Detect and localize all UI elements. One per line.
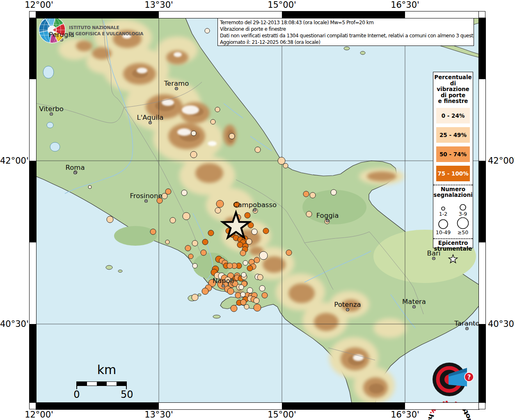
frame-corner (30, 403, 36, 409)
legend-epicenter-title: Epicentro strumentale (433, 240, 473, 252)
axis-top-label: 13°30' (144, 0, 173, 10)
legend-signal-sizes: 1-23-910-49≥50 (433, 199, 473, 235)
epicenter-star-icon (446, 253, 460, 265)
axis-bottom-label: 12°00' (25, 410, 53, 420)
axis-left-label: 40°30' (0, 319, 27, 329)
axis-top-label: 12°00' (25, 0, 53, 10)
signal-size-circle-icon (454, 217, 472, 230)
legend-class-swatch: 75 - 100% (436, 166, 470, 181)
scale-bar: km 0 50 (62, 363, 152, 399)
terrain-map (36, 18, 479, 404)
page: { "frame": { "axis_top": [{"label":"12°0… (0, 0, 515, 420)
scale-bar-segments (77, 381, 127, 386)
event-data-note: Dati non verificati estratti da 1304 que… (220, 32, 472, 39)
legend-signals-title: Numero segnalazioni (433, 186, 473, 198)
frame-border-left (30, 18, 36, 403)
legend-signal-item: 10-49 (433, 217, 453, 235)
legend: Percentuale di vibrazione di porte e fin… (433, 72, 473, 248)
event-title: Terremoto del 29-12-2013 18:08:43 (ora l… (220, 19, 472, 26)
axis-bottom-label: 16°30' (391, 410, 419, 420)
scale-tick (76, 381, 77, 389)
axis-top-label: 16°30' (391, 0, 419, 10)
axis-bottom-label: 15°00' (268, 410, 296, 420)
axis-right-label: 40°30' (488, 319, 515, 329)
ingv-globe-icon (39, 17, 65, 43)
frame-corner (30, 11, 36, 18)
frame-corner (479, 11, 485, 18)
scale-start: 0 (71, 389, 82, 400)
legend-signal-item: 1-2 (433, 199, 453, 217)
axis-left-label: 42°00' (0, 156, 27, 166)
ingv-name-line2: DI GEOFISICA E VULCANOLOGIA (69, 31, 163, 37)
axis-bottom-label: 13°30' (144, 410, 173, 420)
signal-size-label: 1-2 (439, 211, 447, 217)
legend-title: Percentuale di vibrazione di porte e fin… (433, 72, 473, 104)
legend-divider (433, 185, 473, 185)
event-effect: Vibrazione di porte e finestre (220, 26, 472, 32)
ingv-name-line1: ISTITUTO NAZIONALE (69, 25, 163, 31)
legend-signal-item: 3-9 (453, 199, 473, 217)
frame-border-bottom (36, 403, 479, 409)
frame-border-top (36, 11, 479, 18)
signal-size-label: 10-49 (436, 230, 451, 235)
event-info-box: Terremoto del 29-12-2013 18:08:43 (ora l… (217, 18, 474, 46)
signal-size-circle-icon (434, 199, 452, 211)
axis-right-label: 42°00' (488, 156, 515, 166)
legend-divider (433, 238, 473, 239)
signal-size-label: ≥50 (458, 230, 468, 235)
scale-unit: km (62, 363, 152, 377)
signal-size-circle-icon (454, 199, 472, 211)
signal-size-label: 3-9 (459, 211, 467, 217)
frame-border-right (479, 18, 485, 403)
axis-top-label: 15°00' (268, 0, 296, 10)
legend-signal-item: ≥50 (453, 217, 473, 235)
svg-text:?: ? (467, 374, 471, 381)
signal-size-circle-icon (434, 217, 452, 230)
scale-tick (126, 381, 127, 389)
legend-color-classes: 0 - 24%25 - 49%50 - 74%75 - 100% (433, 108, 473, 181)
legend-class-swatch: 50 - 74% (436, 146, 470, 162)
scale-end: 50 (121, 389, 133, 400)
frame-corner (479, 403, 485, 409)
legend-class-swatch: 0 - 24% (436, 108, 470, 123)
legend-class-swatch: 25 - 49% (436, 127, 470, 143)
event-updated: Aggiornato il: 21-12-2025 06:38 (ora loc… (220, 39, 472, 46)
